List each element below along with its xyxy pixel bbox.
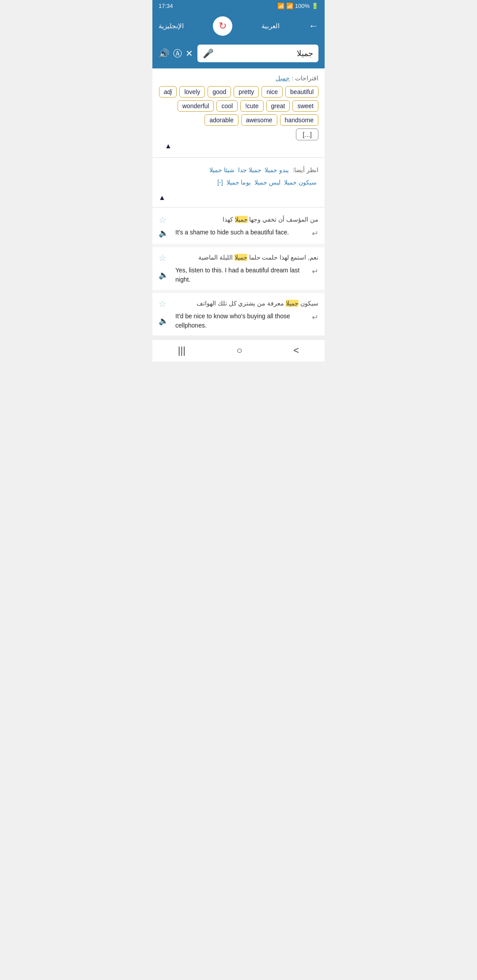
language-english[interactable]: الإنجليزية — [159, 22, 184, 30]
enter-arrow-1[interactable]: ↵ — [312, 228, 318, 238]
tag-adj[interactable]: adj — [159, 86, 177, 98]
speaker-button-2[interactable]: 🔈 — [159, 266, 173, 284]
see-also-sayakoon[interactable]: سيكون جميلا — [284, 179, 317, 186]
tag-sweet[interactable]: sweet — [292, 100, 318, 112]
close-button[interactable]: ✕ — [186, 48, 193, 59]
tag-cute[interactable]: !cute — [240, 100, 263, 112]
see-also-bracket[interactable]: [-] — [217, 179, 223, 186]
english-wrap-3: It'd be nice to know who's buying all th… — [175, 312, 318, 330]
language-arabic[interactable]: العربية — [261, 22, 280, 30]
wifi-icon: 📶 — [277, 3, 284, 9]
status-icons: 📶 📶 100% 🔋 — [277, 3, 318, 9]
see-also-yabdo[interactable]: يبدو جميلا — [265, 166, 289, 173]
see-also-lays[interactable]: ليس جميلا — [254, 179, 280, 186]
english-sentence-1: It's a shame to hide such a beautiful fa… — [175, 228, 309, 237]
see-also-shayan[interactable]: شيئا جميلا — [209, 166, 235, 173]
tag-row-2: wonderful cool !cute great sweet — [159, 100, 318, 112]
tag-awesome[interactable]: awesome — [241, 114, 277, 126]
see-also-yawma[interactable]: يوما جميلا — [227, 179, 251, 186]
swap-icon: ↻ — [219, 20, 227, 32]
tag-cool[interactable]: cool — [216, 100, 238, 112]
star-button-3[interactable]: ☆ — [159, 298, 173, 309]
highlight-3: جميلا — [286, 300, 299, 307]
see-also-label: انظر أيضا: — [292, 166, 318, 173]
enter-arrow-2[interactable]: ↵ — [312, 266, 318, 276]
english-sentence-2: Yes, listen to this. I had a beautiful d… — [175, 266, 309, 284]
back-arrow-icon[interactable]: ← — [309, 20, 318, 32]
tag-row-1: adj lovely good pretty nice beautiful — [159, 86, 318, 98]
battery-icon: 🔋 — [311, 3, 318, 9]
menu-nav-button[interactable]: ||| — [178, 345, 186, 356]
divider-1 — [152, 157, 325, 158]
search-input-wrap[interactable]: 🎤 جميلا — [197, 45, 318, 62]
back-nav-button[interactable]: < — [293, 345, 299, 356]
tag-good[interactable]: good — [208, 86, 231, 98]
tag-lovely[interactable]: lovely — [179, 86, 205, 98]
collapse-see-also-button[interactable]: ▲ — [152, 193, 325, 205]
example-item-1: ☆ من المؤسف أن تخفي وجها جميلا كهذا 🔈 It… — [152, 209, 325, 244]
see-also-jiddan[interactable]: جميلا جدا — [238, 166, 261, 173]
star-button-2[interactable]: ☆ — [159, 253, 173, 263]
arabic-sentence-2: نعم, استمع لهذا حلمت حلما جميلا الليلة ا… — [175, 253, 318, 263]
mic-icon[interactable]: 🎤 — [203, 48, 214, 59]
speaker-button[interactable]: 🔊 — [159, 48, 170, 59]
suggestions-link[interactable]: جميل — [276, 75, 290, 82]
english-wrap-2: Yes, listen to this. I had a beautiful d… — [175, 266, 318, 284]
divider-2 — [152, 207, 325, 207]
arabic-sentence-3: سيكون جميلا معرفة من يشتري كل تلك الهوات… — [175, 298, 318, 309]
highlight-1: جميلا — [235, 216, 248, 223]
enter-arrow-3[interactable]: ↵ — [312, 312, 318, 322]
tag-wonderful[interactable]: wonderful — [178, 100, 214, 112]
tag-row-3: adorable awesome handsome — [159, 114, 318, 126]
tag-pretty[interactable]: pretty — [234, 86, 259, 98]
status-bar: 17:34 📶 📶 100% 🔋 — [152, 0, 325, 12]
highlight-2: جميلا — [235, 254, 247, 261]
nav-bar: ||| ○ < — [152, 339, 325, 362]
example-item-2: ☆ نعم, استمع لهذا حلمت حلما جميلا الليلة… — [152, 247, 325, 290]
suggestions-section: اقتراحات : جميل adj lovely good pretty n… — [152, 68, 325, 155]
collapse-suggestions-button[interactable]: ▲ — [159, 140, 318, 152]
star-button-1[interactable]: ☆ — [159, 215, 173, 225]
english-sentence-3: It'd be nice to know who's buying all th… — [175, 312, 309, 330]
search-area: 🔊 Ⓐ ✕ 🎤 جميلا — [152, 42, 325, 68]
time: 17:34 — [159, 3, 173, 9]
example-item-3: ☆ سيكون جميلا معرفة من يشتري كل تلك الهو… — [152, 293, 325, 335]
tag-handsome[interactable]: handsome — [280, 114, 318, 126]
skype-button[interactable]: Ⓐ — [173, 48, 182, 60]
swap-languages-button[interactable]: ↻ — [213, 16, 232, 36]
arabic-sentence-1: من المؤسف أن تخفي وجها جميلا كهذا — [175, 215, 318, 225]
suggestions-label: اقتراحات : — [292, 75, 318, 82]
english-wrap-1: It's a shame to hide such a beautiful fa… — [175, 228, 318, 238]
tag-beautiful[interactable]: beautiful — [285, 86, 318, 98]
tag-great[interactable]: great — [266, 100, 290, 112]
battery-label: 100% — [295, 3, 310, 9]
collapse-arrow-icon: ▲ — [159, 194, 166, 201]
examples-section: ☆ من المؤسف أن تخفي وجها جميلا كهذا 🔈 It… — [152, 209, 325, 335]
action-icons: 🔊 Ⓐ ✕ — [159, 48, 193, 60]
signal-icon: 📶 — [286, 3, 293, 9]
suggestions-header: اقتراحات : جميل — [159, 75, 318, 82]
tag-adorable[interactable]: adorable — [204, 114, 238, 126]
speaker-button-3[interactable]: 🔈 — [159, 312, 173, 330]
main-content: اقتراحات : جميل adj lovely good pretty n… — [152, 68, 325, 335]
tag-nice[interactable]: nice — [261, 86, 283, 98]
speaker-button-1[interactable]: 🔈 — [159, 228, 173, 238]
more-button[interactable]: [...] — [296, 128, 318, 140]
search-text: جميلا — [217, 49, 313, 58]
home-nav-button[interactable]: ○ — [237, 345, 242, 356]
see-also-section: انظر أيضا: يبدو جميلا جميلا جدا شيئا جمي… — [152, 159, 325, 193]
header: الإنجليزية ↻ العربية ← — [152, 12, 325, 42]
